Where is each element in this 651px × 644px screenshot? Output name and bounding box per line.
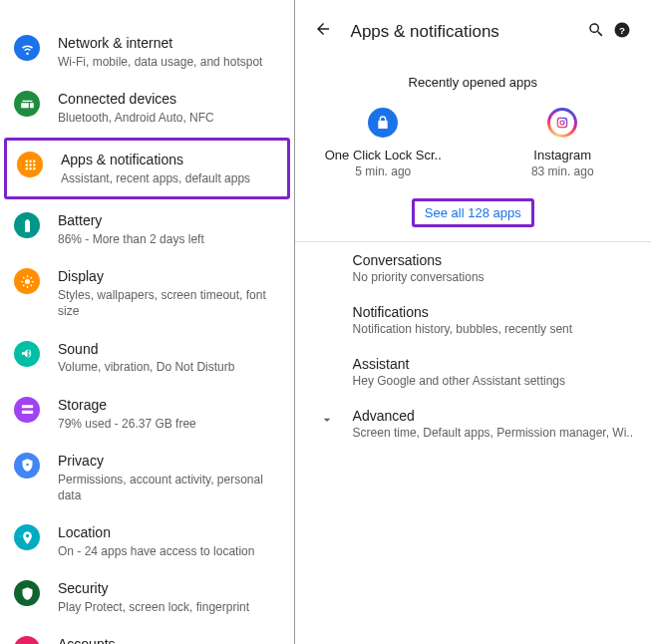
svg-rect-10 [21, 405, 32, 408]
section-sub: Screen time, Default apps, Permission ma… [353, 426, 633, 440]
section-sub: Hey Google and other Assistant settings [353, 374, 633, 388]
svg-point-8 [33, 167, 36, 170]
chevron-down-icon [319, 412, 335, 431]
svg-point-1 [29, 160, 32, 162]
battery-icon [14, 212, 40, 238]
apps-icon [17, 152, 43, 177]
see-all-apps-label: See all 128 apps [425, 205, 521, 220]
section-notifications[interactable]: Notifications Notification history, bubb… [295, 294, 651, 346]
settings-list: Network & internet Wi-Fi, mobile, data u… [0, 0, 295, 644]
settings-item-sub: Permissions, account activity, personal … [58, 472, 280, 503]
recent-app-one-click-lock[interactable]: One Click Lock Scr.. 5 min. ago [323, 108, 443, 178]
settings-item-title: Sound [58, 340, 280, 359]
see-all-apps-wrap: See all 128 apps [295, 198, 651, 227]
section-assistant[interactable]: Assistant Hey Google and other Assistant… [295, 346, 651, 398]
recent-apps-header: Recently opened apps [295, 59, 651, 102]
settings-item-text: Location On - 24 apps have access to loc… [58, 523, 280, 559]
settings-item-sub: 79% used - 26.37 GB free [58, 416, 280, 432]
settings-item-title: Accounts [58, 635, 280, 644]
accounts-icon [14, 636, 40, 644]
privacy-icon [14, 453, 40, 479]
help-button[interactable]: ? [609, 21, 635, 42]
settings-item-sub: Bluetooth, Android Auto, NFC [58, 110, 280, 126]
display-icon [14, 268, 40, 294]
wifi-icon [14, 35, 40, 61]
page-header: Apps & notifications ? [295, 12, 651, 59]
recent-app-time: 83 min. ago [502, 164, 622, 178]
settings-item-privacy[interactable]: Privacy Permissions, account activity, p… [0, 442, 294, 513]
settings-item-text: Display Styles, wallpapers, screen timeo… [58, 267, 280, 319]
section-title: Conversations [353, 252, 633, 268]
svg-point-12 [26, 464, 29, 467]
recent-app-name: One Click Lock Scr.. [323, 148, 443, 162]
security-icon [14, 580, 40, 606]
settings-item-sub: Assistant, recent apps, default apps [61, 170, 277, 186]
settings-item-title: Display [58, 267, 280, 286]
settings-item-network[interactable]: Network & internet Wi-Fi, mobile, data u… [0, 24, 294, 80]
section-advanced[interactable]: Advanced Screen time, Default apps, Perm… [295, 398, 651, 450]
section-title: Advanced [353, 408, 633, 424]
section-sub: No priority conversations [353, 270, 633, 284]
settings-item-text: Privacy Permissions, account activity, p… [58, 452, 280, 503]
settings-item-connected-devices[interactable]: Connected devices Bluetooth, Android Aut… [0, 80, 294, 136]
svg-point-7 [29, 167, 32, 170]
settings-item-sub: Wi-Fi, mobile, data usage, and hotspot [58, 54, 280, 70]
section-conversations[interactable]: Conversations No priority conversations [295, 242, 651, 294]
settings-item-text: Accounts WhatsApp, Adobe, and Google [58, 635, 280, 644]
settings-item-security[interactable]: Security Play Protect, screen lock, fing… [0, 569, 294, 625]
settings-item-sub: 86% - More than 2 days left [58, 231, 280, 247]
settings-item-title: Privacy [58, 452, 280, 471]
settings-item-text: Network & internet Wi-Fi, mobile, data u… [58, 34, 280, 70]
settings-item-title: Battery [58, 211, 280, 230]
settings-item-sub: On - 24 apps have access to location [58, 543, 280, 559]
settings-item-location[interactable]: Location On - 24 apps have access to loc… [0, 513, 294, 569]
settings-item-sub: Play Protect, screen lock, fingerprint [58, 599, 280, 615]
storage-icon [14, 397, 40, 423]
svg-point-4 [29, 163, 32, 166]
svg-point-3 [25, 163, 28, 166]
settings-item-sub: Styles, wallpapers, screen timeout, font… [58, 287, 280, 319]
settings-item-sound[interactable]: Sound Volume, vibration, Do Not Disturb [0, 330, 294, 386]
settings-item-title: Location [58, 523, 280, 542]
section-title: Notifications [353, 304, 633, 320]
settings-item-battery[interactable]: Battery 86% - More than 2 days left [0, 201, 294, 257]
recent-app-instagram[interactable]: Instagram 83 min. ago [502, 108, 622, 178]
settings-item-text: Security Play Protect, screen lock, fing… [58, 579, 280, 615]
svg-point-9 [25, 279, 30, 284]
settings-item-text: Connected devices Bluetooth, Android Aut… [58, 90, 280, 126]
svg-point-2 [33, 160, 36, 162]
recent-apps-row: One Click Lock Scr.. 5 min. ago Instagra… [295, 102, 651, 192]
location-icon [14, 524, 40, 550]
settings-item-sub: Volume, vibration, Do Not Disturb [58, 359, 280, 375]
settings-item-text: Apps & notifications Assistant, recent a… [61, 151, 277, 186]
see-all-apps-button[interactable]: See all 128 apps [412, 198, 534, 227]
section-sub: Notification history, bubbles, recently … [353, 322, 633, 336]
highlight-apps-notifications: Apps & notifications Assistant, recent a… [4, 138, 290, 199]
lock-icon [368, 108, 398, 138]
search-button[interactable] [583, 21, 609, 42]
back-button[interactable] [311, 20, 335, 43]
svg-rect-11 [21, 411, 32, 414]
settings-item-storage[interactable]: Storage 79% used - 26.37 GB free [0, 386, 294, 442]
page-title: Apps & notifications [335, 22, 583, 42]
settings-item-text: Storage 79% used - 26.37 GB free [58, 396, 280, 432]
sound-icon [14, 341, 40, 367]
settings-item-title: Network & internet [58, 34, 280, 53]
recent-app-time: 5 min. ago [323, 164, 443, 178]
devices-icon [14, 91, 40, 117]
svg-point-0 [25, 160, 28, 162]
svg-point-6 [25, 167, 28, 170]
settings-item-title: Storage [58, 396, 280, 415]
settings-item-title: Security [58, 579, 280, 598]
recent-app-name: Instagram [502, 148, 622, 162]
svg-point-18 [564, 119, 565, 120]
svg-point-17 [560, 121, 564, 125]
settings-item-text: Sound Volume, vibration, Do Not Disturb [58, 340, 280, 376]
svg-point-5 [33, 163, 36, 166]
settings-item-accounts[interactable]: Accounts WhatsApp, Adobe, and Google [0, 625, 294, 644]
settings-item-display[interactable]: Display Styles, wallpapers, screen timeo… [0, 257, 294, 329]
settings-item-apps[interactable]: Apps & notifications Assistant, recent a… [7, 141, 287, 196]
apps-notifications-pane: Apps & notifications ? Recently opened a… [295, 0, 651, 644]
settings-item-title: Apps & notifications [61, 151, 277, 169]
instagram-icon [547, 108, 577, 138]
